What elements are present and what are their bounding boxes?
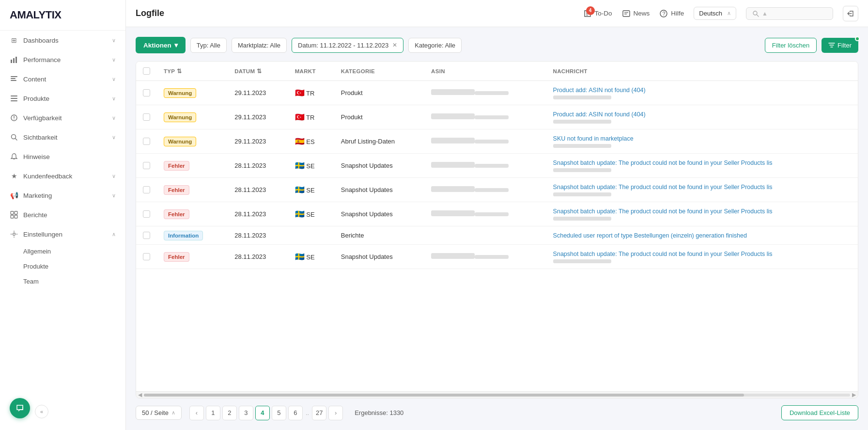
row-type-badge: Warnung [164, 137, 196, 146]
scroll-left-arrow[interactable]: ◀ [138, 392, 142, 398]
row-nachricht-cell[interactable]: Snapshot batch update: The product could… [546, 245, 858, 269]
row-message-link[interactable]: Snapshot batch update: The product could… [553, 251, 773, 257]
logout-button[interactable] [843, 6, 858, 21]
page-size-selector[interactable]: 50 / Seite ∧ [136, 406, 182, 420]
chevron-down-icon: ∨ [112, 192, 116, 199]
filter-kategorie[interactable]: Kategorie: Alle [408, 38, 462, 53]
filter-clear-button[interactable]: Filter löschen [765, 38, 817, 53]
actions-button[interactable]: Aktionen ▾ [136, 37, 186, 53]
sidebar-item-berichte[interactable]: Berichte [0, 205, 125, 224]
sidebar-item-produkte[interactable]: Produkte ∨ [0, 89, 125, 108]
row-nachricht-cell[interactable]: Product add: ASIN not found (404) [546, 81, 858, 105]
asin-value [431, 113, 475, 119]
row-checkbox[interactable] [143, 138, 150, 145]
row-markt-label: SE [306, 187, 314, 194]
page-6-button[interactable]: 6 [288, 406, 303, 420]
sidebar-item-performance[interactable]: Performance ∨ [0, 50, 125, 69]
row-markt-label: TR [306, 90, 314, 97]
row-message-link[interactable]: Snapshot batch update: The product could… [553, 184, 773, 191]
row-checkbox[interactable] [143, 186, 150, 193]
sidebar-item-verfuegbarkeit[interactable]: Verfügbarkeit ∨ [0, 108, 125, 127]
row-flag-icon: 🇸🇪 [295, 253, 305, 261]
row-nachricht-cell[interactable]: Product add: ASIN not found (404) [546, 105, 858, 129]
row-message-link[interactable]: Snapshot batch update: The product could… [553, 159, 773, 166]
row-nachricht-cell[interactable]: SKU not found in marketplace [546, 129, 858, 154]
page-next-button[interactable]: › [328, 406, 343, 420]
sidebar-item-kundenfeedback[interactable]: ★ Kundenfeedback ∨ [0, 166, 125, 186]
row-message-sub [553, 217, 611, 221]
row-flag-icon: 🇸🇪 [295, 210, 305, 218]
row-message-link[interactable]: Product add: ASIN not found (404) [553, 87, 646, 94]
sidebar-item-sichtbarkeit[interactable]: Sichtbarkeit ∨ [0, 127, 125, 147]
row-message-link[interactable]: Scheduled user report of type Bestellung… [553, 232, 747, 239]
page-2-button[interactable]: 2 [222, 406, 237, 420]
collapse-sidebar-button[interactable]: « [35, 405, 48, 418]
sidebar-item-hinweise[interactable]: Hinweise [0, 147, 125, 166]
row-checkbox[interactable] [143, 89, 150, 96]
page-4-button[interactable]: 4 [255, 406, 270, 420]
sidebar-item-einstellungen[interactable]: Einstellungen ∧ [0, 224, 125, 244]
row-message-link[interactable]: Product add: ASIN not found (404) [553, 111, 646, 118]
page-prev-button[interactable]: ‹ [189, 406, 204, 420]
todo-nav-item[interactable]: 4 To-Do [583, 9, 612, 18]
row-checkbox[interactable] [143, 253, 150, 260]
table-row[interactable]: Warnung 29.11.2023 🇹🇷 TR Produkt Product… [136, 105, 858, 129]
page-1-button[interactable]: 1 [206, 406, 220, 420]
table-row[interactable]: Fehler 28.11.2023 🇸🇪 SE Snapshot Updates… [136, 202, 858, 226]
table-scroll-area[interactable]: TYP ⇅ DATUM ⇅ MARKT KATEGORIE ASIN NACHR… [136, 62, 858, 391]
row-type-cell: Fehler [157, 178, 228, 202]
row-checkbox[interactable] [143, 210, 150, 218]
sidebar-item-content[interactable]: Content ∨ [0, 69, 125, 89]
sidebar-item-dashboards[interactable]: ⊞ Dashboards ∨ [0, 31, 125, 50]
row-checkbox[interactable] [143, 232, 150, 239]
sidebar-sub-allgemein[interactable]: Allgemein [0, 244, 125, 259]
chat-button[interactable] [10, 398, 30, 418]
filter-marktplatz[interactable]: Marktplatz: Alle [232, 38, 287, 53]
row-message-sub [553, 144, 611, 148]
row-checkbox[interactable] [143, 162, 150, 169]
hilfe-nav-item[interactable]: ? Hilfe [659, 9, 684, 18]
header: Logfile 4 To-Do News ? Hilfe Deutsch ∧ [126, 0, 868, 27]
asin-sub [475, 91, 509, 95]
asin-value [431, 138, 475, 143]
select-all-checkbox[interactable] [143, 67, 150, 75]
horizontal-scrollbar[interactable]: ◀ ▶ [136, 391, 858, 398]
sidebar-sub-team[interactable]: Team [0, 274, 125, 289]
table-row[interactable]: Fehler 28.11.2023 🇸🇪 SE Snapshot Updates… [136, 178, 858, 202]
table-row[interactable]: Information 28.11.2023 Berichte Schedule… [136, 226, 858, 245]
col-typ[interactable]: TYP ⇅ [157, 62, 228, 81]
page-5-button[interactable]: 5 [272, 406, 286, 420]
row-checkbox-cell [136, 245, 157, 269]
asin-value [431, 89, 475, 95]
sidebar-item-marketing[interactable]: 📢 Marketing ∨ [0, 186, 125, 205]
table-row[interactable]: Fehler 28.11.2023 🇸🇪 SE Snapshot Updates… [136, 245, 858, 269]
row-message-link[interactable]: Snapshot batch update: The product could… [553, 208, 773, 215]
settings-icon [10, 230, 18, 239]
row-message-link[interactable]: SKU not found in marketplace [553, 135, 634, 142]
row-checkbox[interactable] [143, 113, 150, 121]
row-nachricht-cell[interactable]: Snapshot batch update: The product could… [546, 202, 858, 226]
scroll-thumb[interactable] [144, 394, 744, 397]
row-nachricht-cell[interactable]: Scheduled user report of type Bestellung… [546, 226, 858, 245]
row-checkbox-cell [136, 178, 157, 202]
table-row[interactable]: Warnung 29.11.2023 🇹🇷 TR Produkt Product… [136, 81, 858, 105]
table-row[interactable]: Fehler 28.11.2023 🇸🇪 SE Snapshot Updates… [136, 154, 858, 178]
sidebar-sub-produkte[interactable]: Produkte [0, 259, 125, 274]
col-kategorie: KATEGORIE [334, 62, 424, 81]
language-selector[interactable]: Deutsch ∧ [694, 7, 736, 20]
table-row[interactable]: Warnung 29.11.2023 🇪🇸 ES Abruf Listing-D… [136, 129, 858, 154]
page-3-button[interactable]: 3 [239, 406, 253, 420]
filter-typ[interactable]: Typ: Alle [190, 38, 227, 53]
filter-datum-remove[interactable]: ✕ [392, 42, 397, 48]
page-27-button[interactable]: 27 [312, 406, 326, 420]
scroll-right-arrow[interactable]: ▶ [852, 392, 856, 398]
news-nav-item[interactable]: News [622, 9, 650, 18]
filter-datum[interactable]: Datum: 11.12.2022 - 11.12.2023 ✕ [292, 38, 403, 53]
col-datum[interactable]: DATUM ⇅ [228, 62, 288, 81]
download-excel-button[interactable]: Download Excel-Liste [781, 405, 858, 420]
account-search[interactable]: ▲ [746, 7, 833, 20]
row-nachricht-cell[interactable]: Snapshot batch update: The product could… [546, 178, 858, 202]
filter-button[interactable]: Filter [822, 38, 858, 53]
row-nachricht-cell[interactable]: Snapshot batch update: The product could… [546, 154, 858, 178]
list-icon [10, 94, 18, 103]
